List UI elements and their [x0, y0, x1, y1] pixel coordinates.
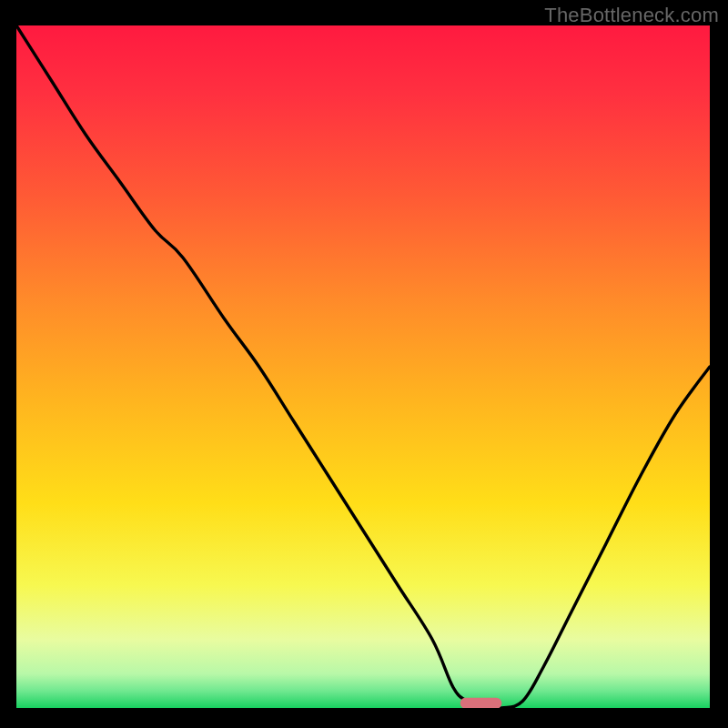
gradient-background [16, 25, 710, 708]
bottleneck-chart [16, 25, 710, 708]
watermark-text: TheBottleneck.com [544, 4, 719, 27]
optimum-marker [460, 698, 502, 708]
chart-frame: TheBottleneck.com [0, 0, 728, 728]
plot-area [16, 25, 710, 708]
